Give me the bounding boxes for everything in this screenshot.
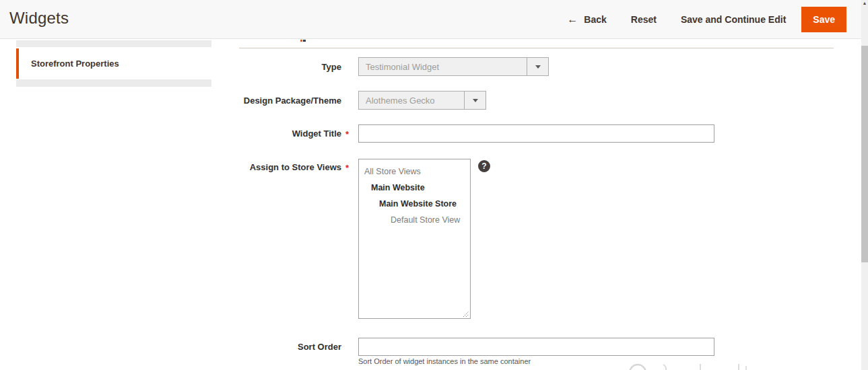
page-header: Widgets ← Back Reset Save and Continue E…: [0, 0, 861, 39]
store-view-option-main-website-store[interactable]: Main Website Store: [359, 196, 470, 212]
form-tabs-sidebar: Storefront Properties: [16, 40, 211, 87]
design-theme-label: Design Package/Theme: [239, 96, 341, 106]
type-select-arrow-box: [527, 58, 548, 75]
store-view-option-main-website[interactable]: Main Website: [359, 180, 470, 196]
help-icon[interactable]: ?: [478, 160, 490, 172]
clipped-watermark: [623, 361, 764, 370]
design-theme-select-value: Alothemes Gecko: [366, 96, 435, 106]
chevron-down-icon: [473, 99, 478, 102]
widget-title-label: Widget Title: [239, 128, 341, 139]
sort-order-note: Sort Order of widget instances in the sa…: [358, 357, 531, 365]
required-marker: *: [345, 163, 349, 173]
type-label: Type: [239, 62, 341, 72]
back-arrow-icon: ←: [567, 13, 578, 26]
type-select: Testimonial Widget: [358, 57, 549, 76]
tab-storefront-properties-label: Storefront Properties: [31, 59, 119, 69]
clipped-content-fragment: [303, 40, 306, 42]
clipped-tab-below: [16, 79, 211, 87]
resize-handle-icon[interactable]: [461, 309, 469, 318]
scroll-up-icon[interactable]: ▲: [862, 1, 867, 6]
reset-button[interactable]: Reset: [631, 14, 657, 25]
store-view-option-all[interactable]: All Store Views: [359, 163, 470, 180]
store-views-label: Assign to Store Views: [239, 162, 341, 172]
back-button[interactable]: ← Back: [567, 13, 606, 26]
clipped-tab-above: [16, 40, 211, 47]
scrollbar-thumb[interactable]: [861, 46, 868, 262]
tab-storefront-properties[interactable]: Storefront Properties: [16, 48, 211, 79]
design-theme-select-arrow-box: [464, 91, 486, 109]
header-actions: ← Back Reset Save and Continue Edit Save: [567, 0, 846, 39]
design-theme-select: Alothemes Gecko: [358, 91, 486, 110]
sort-order-input[interactable]: [358, 338, 714, 356]
chevron-down-icon: [535, 65, 541, 69]
vertical-scrollbar[interactable]: ▲: [861, 0, 868, 370]
clipped-content-fragment: [300, 40, 302, 42]
store-view-option-default-store-view[interactable]: Default Store View: [359, 212, 470, 228]
help-icon-glyph: ?: [481, 161, 486, 171]
save-button[interactable]: Save: [801, 7, 846, 32]
sort-order-label: Sort Order: [239, 342, 341, 352]
back-button-label: Back: [584, 14, 606, 25]
type-select-value: Testimonial Widget: [366, 62, 439, 72]
page-title: Widgets: [9, 9, 69, 28]
save-and-continue-button[interactable]: Save and Continue Edit: [681, 14, 786, 25]
section-divider: [239, 48, 834, 48]
store-views-multiselect[interactable]: All Store Views Main Website Main Websit…: [358, 159, 471, 319]
widget-title-input[interactable]: [358, 124, 714, 143]
required-marker: *: [345, 129, 349, 139]
